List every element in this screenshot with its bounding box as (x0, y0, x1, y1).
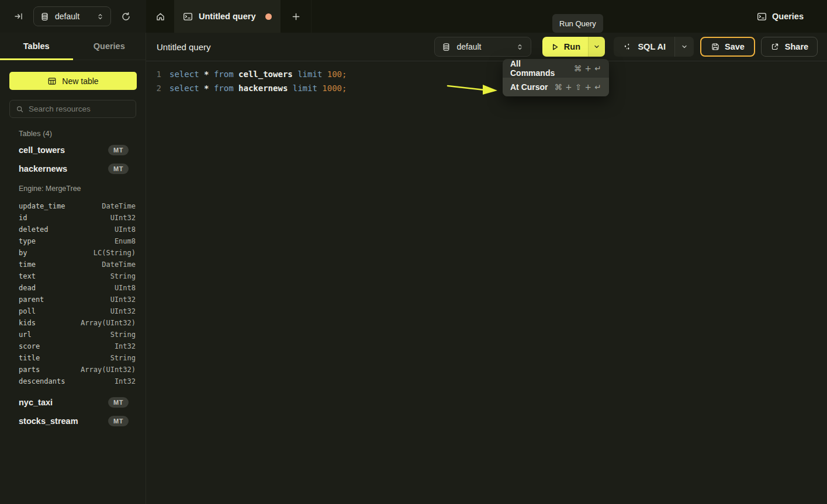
column-type: UInt32 (110, 296, 136, 304)
table-item-stocks-stream[interactable]: stocks_stream MT (19, 413, 129, 429)
column-row: timeDateTime (19, 259, 136, 270)
run-button[interactable]: Run (542, 37, 588, 57)
topbar-database-label: default (55, 12, 79, 21)
database-icon (40, 12, 49, 21)
run-button-group: Run (542, 37, 605, 57)
column-row: partsArray(UInt32) (19, 364, 136, 376)
code-text: select * from hackernews limit 1000; (169, 81, 347, 95)
sql-ai-options-button[interactable] (674, 37, 694, 57)
run-options-button[interactable] (588, 37, 605, 57)
engine-badge: MT (108, 416, 129, 426)
table-item-hackernews[interactable]: hackernews MT (19, 161, 129, 176)
column-name: score (19, 342, 40, 350)
toolbar-database-label: default (456, 42, 481, 51)
column-name: dead (19, 284, 36, 292)
new-table-button[interactable]: New table (9, 72, 137, 90)
queries-button[interactable]: Queries (757, 0, 804, 33)
tab-label: Untitled query (199, 12, 259, 21)
table-item-nyc-taxi[interactable]: nyc_taxi MT (19, 395, 129, 410)
column-type: Int32 (115, 342, 136, 350)
column-name: time (19, 260, 36, 269)
chevron-updown-icon (516, 43, 524, 51)
arrow-to-line-icon (14, 12, 23, 21)
run-menu-item[interactable]: At Cursor⌘ + ⇧ + ↵ (503, 78, 609, 96)
collapse-sidebar-button[interactable] (14, 12, 23, 21)
toolbar-database-selector[interactable]: default (434, 37, 531, 57)
search-box (9, 100, 136, 118)
column-name: by (19, 249, 27, 257)
sparkles-icon (622, 42, 632, 51)
editor-line[interactable]: 1select * from cell_towers limit 100; (156, 67, 827, 81)
column-type: UInt32 (110, 214, 136, 222)
home-tab[interactable] (146, 0, 174, 33)
run-menu-item[interactable]: All Commands⌘ + ↵ (503, 59, 609, 78)
play-icon (551, 43, 559, 51)
sidebar: Tables Queries New table (0, 33, 146, 504)
topbar: default (0, 0, 827, 33)
sidebar-tab-tables[interactable]: Tables (0, 33, 73, 60)
chevron-down-icon (593, 43, 600, 50)
sidebar-tab-queries-label: Queries (94, 41, 125, 51)
search-icon (16, 105, 24, 113)
editor-line[interactable]: 2select * from hackernews limit 1000; (156, 81, 827, 95)
table-item-cell-towers[interactable]: cell_towers MT (19, 142, 129, 158)
column-name: title (19, 354, 40, 362)
new-tab-button[interactable] (281, 0, 312, 33)
engine-line: Engine: MergeTree (19, 185, 146, 195)
column-row: urlString (19, 329, 136, 340)
column-name: parent (19, 296, 44, 304)
topbar-database-selector[interactable]: default (33, 6, 111, 26)
menu-item-shortcut: ⌘ + ↵ (574, 64, 601, 73)
home-icon (155, 12, 165, 22)
toolbar-actions: default Run (434, 37, 818, 57)
table-name: hackernews (19, 164, 67, 173)
column-type: LC(String) (94, 249, 136, 257)
engine-badge: MT (108, 397, 129, 408)
column-name: text (19, 272, 36, 280)
share-button[interactable]: Share (761, 37, 818, 57)
app-root: default (0, 0, 827, 504)
tab-strip: Untitled query Queries (146, 0, 827, 33)
menu-item-shortcut: ⌘ + ⇧ + ↵ (555, 82, 601, 92)
refresh-button[interactable] (121, 12, 131, 22)
sql-editor[interactable]: 1select * from cell_towers limit 100;2se… (146, 61, 827, 95)
column-type: DateTime (102, 260, 136, 269)
column-name: parts (19, 366, 40, 374)
refresh-icon (121, 12, 131, 22)
column-type: Array(UInt32) (81, 319, 136, 327)
sidebar-tab-queries[interactable]: Queries (73, 33, 146, 60)
column-type: Int32 (115, 377, 136, 385)
tab-untitled-query[interactable]: Untitled query (174, 0, 281, 33)
column-type: Enum8 (115, 237, 136, 245)
column-row: byLC(String) (19, 247, 136, 259)
column-type: String (110, 272, 136, 280)
save-button-label: Save (725, 42, 745, 51)
column-row: parentUInt32 (19, 294, 136, 305)
column-row: scoreInt32 (19, 340, 136, 352)
column-row: textString (19, 270, 136, 282)
workspace: Tables Queries New table (0, 33, 827, 504)
new-table-label: New table (62, 77, 98, 86)
sql-ai-button[interactable]: SQL AI (614, 37, 674, 57)
code-text: select * from cell_towers limit 100; (169, 67, 347, 81)
share-button-label: Share (785, 42, 808, 51)
query-toolbar: Untitled query default (146, 33, 827, 61)
column-name: kids (19, 319, 36, 327)
column-name: update_time (19, 202, 65, 210)
queries-icon (757, 12, 767, 22)
table-name: cell_towers (19, 145, 65, 155)
column-row: descendantsInt32 (19, 376, 136, 387)
column-row: update_timeDateTime (19, 200, 136, 212)
column-row: typeEnum8 (19, 235, 136, 247)
save-button[interactable]: Save (700, 37, 755, 57)
sql-ai-button-group: SQL AI (614, 37, 694, 57)
menu-item-label: All Commands (510, 59, 568, 78)
column-row: idUInt32 (19, 212, 136, 224)
plus-icon (292, 12, 300, 21)
column-type: String (110, 354, 136, 362)
column-type: UInt8 (115, 225, 136, 234)
sidebar-tab-tables-label: Tables (23, 41, 50, 51)
chevron-updown-icon (96, 13, 104, 20)
search-input[interactable] (29, 105, 128, 113)
engine-badge: MT (108, 145, 129, 155)
